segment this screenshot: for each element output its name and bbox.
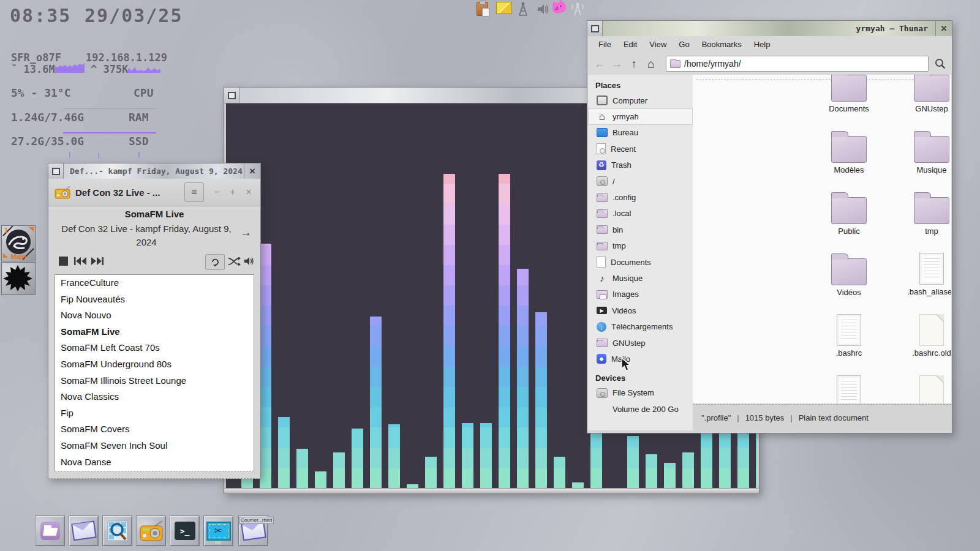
- drive-icon: [597, 176, 608, 186]
- search-icon[interactable]: [935, 58, 946, 69]
- station-item[interactable]: SomaFM Illinois Street Lounge: [55, 373, 254, 389]
- next-button[interactable]: [91, 257, 104, 265]
- add-station-button[interactable]: +: [225, 187, 241, 198]
- station-item[interactable]: Fip: [55, 405, 254, 422]
- path-bar[interactable]: /home/yrmyah/: [666, 56, 929, 72]
- file-item[interactable]: [809, 375, 889, 403]
- radio-app-icon: [55, 186, 70, 199]
- menu-view[interactable]: View: [643, 40, 673, 49]
- visualizer-bar: [443, 174, 455, 489]
- sidebar-item-trash[interactable]: ♻Trash: [588, 157, 693, 173]
- station-item[interactable]: Fip Nouveautés: [55, 291, 254, 308]
- file-item-documents[interactable]: Documents: [809, 75, 889, 113]
- sidebar-item-musique[interactable]: ♪Musique: [588, 270, 693, 286]
- file-item--bash-aliases[interactable]: .bash_aliases: [892, 252, 951, 296]
- sidebar-item-mailo[interactable]: ◆Mailo: [588, 351, 693, 367]
- sidebar-item-vid-os[interactable]: ▶Vidéos: [588, 302, 693, 318]
- file-label: .bash_aliases: [892, 287, 951, 296]
- sidebar-item-volume-de-200-go[interactable]: Volume de 200 Go: [588, 401, 693, 417]
- forward-button[interactable]: →: [608, 58, 625, 70]
- menu-button[interactable]: ≡: [184, 182, 204, 202]
- close-icon[interactable]: ×: [244, 163, 260, 179]
- sidebar-item-tmp[interactable]: tmp: [588, 238, 693, 254]
- antenna-dim-tray-icon[interactable]: [570, 2, 586, 17]
- dock-file-manager[interactable]: [35, 515, 65, 546]
- volume-tray-icon[interactable]: [535, 2, 550, 17]
- sidebar-item-images[interactable]: Images: [588, 287, 693, 302]
- previous-button[interactable]: [74, 257, 86, 265]
- station-item[interactable]: SomaFM Underground 80s: [55, 356, 254, 373]
- notes-tray-icon[interactable]: [496, 2, 512, 14]
- menu-help[interactable]: Help: [748, 40, 777, 49]
- window-menu-button[interactable]: [587, 21, 603, 36]
- file-item[interactable]: [892, 375, 951, 403]
- sidebar-item-yrmyah[interactable]: ⌂yrmyah: [588, 108, 693, 124]
- thunar-titlebar[interactable]: yrmyah – Thunar ×: [587, 21, 952, 37]
- file-item-musique[interactable]: Musique: [892, 130, 951, 174]
- up-button[interactable]: ↑: [625, 58, 643, 70]
- file-label: Public: [809, 227, 889, 236]
- radio-titlebar[interactable]: Def...- kampf Friday, August 9, 2024 ×: [48, 163, 260, 179]
- menu-file[interactable]: File: [592, 40, 617, 49]
- date: 29/03/25: [85, 5, 183, 26]
- minimize-button[interactable]: −: [209, 187, 225, 198]
- dock-mail[interactable]: [69, 515, 99, 546]
- file-item-public[interactable]: Public: [809, 191, 889, 236]
- menu-bookmarks[interactable]: Bookmarks: [696, 40, 748, 49]
- sidebar-item-label: Documents: [611, 258, 651, 267]
- file-item--bashrc[interactable]: .bashrc: [809, 313, 889, 358]
- volume-button[interactable]: [244, 257, 255, 266]
- shuffle-button[interactable]: [228, 257, 241, 266]
- clipboard-tray-icon[interactable]: [477, 2, 488, 16]
- station-item[interactable]: Nova Danse: [55, 454, 254, 471]
- stop-button[interactable]: [59, 257, 68, 266]
- radio-headerbar: Def Con 32 Live - ... ≡ − + ×: [48, 179, 260, 206]
- station-item[interactable]: Nova Nouvo: [55, 307, 254, 324]
- close-window-button[interactable]: ×: [241, 187, 257, 198]
- station-item[interactable]: SomaFM Seven Inch Soul: [55, 438, 254, 454]
- home-icon: ⌂: [597, 111, 608, 122]
- file-item-mod-les[interactable]: Modèles: [809, 130, 889, 174]
- sidebar-item-bureau[interactable]: Bureau: [588, 125, 693, 141]
- station-item[interactable]: SomaFM Live: [55, 324, 254, 340]
- sidebar-item-documents[interactable]: Documents: [588, 254, 693, 270]
- file-view[interactable]: DocumentsGNUstepImagesModèlesMusiquePDFP…: [693, 75, 951, 403]
- folder-pink-icon: [597, 339, 608, 347]
- sidebar-item-computer[interactable]: Computer: [588, 92, 693, 108]
- workspace-pager-tile[interactable]: 1 Main: [1, 225, 36, 261]
- back-button[interactable]: ←: [591, 58, 608, 70]
- close-icon[interactable]: ×: [935, 21, 952, 36]
- dock-radio[interactable]: [136, 515, 166, 546]
- sidebar-item-t-l-chargements[interactable]: ↓Téléchargements: [588, 318, 693, 334]
- dock-screenshot[interactable]: ✂: [203, 515, 233, 546]
- sidebar-item-label: /: [612, 177, 615, 186]
- antenna-tray-icon[interactable]: [516, 2, 530, 17]
- sidebar-item-gnustep[interactable]: GNUstep: [588, 335, 693, 351]
- dock-terminal[interactable]: >_: [170, 515, 200, 546]
- window-menu-button[interactable]: [224, 88, 239, 103]
- cat-tray-icon[interactable]: [552, 2, 566, 13]
- menu-go[interactable]: Go: [673, 40, 695, 49]
- station-item[interactable]: FranceCulture: [55, 275, 254, 291]
- file-item-vid-os[interactable]: Vidéos: [809, 252, 889, 297]
- repeat-button[interactable]: [205, 254, 225, 270]
- splat-sticker-tile[interactable]: [1, 262, 36, 295]
- sidebar-item-recent[interactable]: Recent: [588, 141, 693, 157]
- sidebar-item--local[interactable]: .local: [588, 206, 693, 222]
- station-item[interactable]: SomaFM Covers: [55, 421, 254, 438]
- window-menu-button[interactable]: [48, 163, 64, 179]
- home-button[interactable]: ⌂: [643, 57, 660, 71]
- station-item[interactable]: Nova Classics: [55, 389, 254, 405]
- sidebar-item--[interactable]: /: [588, 173, 693, 189]
- station-item[interactable]: SomaFM Left Coast 70s: [55, 340, 254, 356]
- menu-edit[interactable]: Edit: [617, 40, 643, 49]
- open-track-arrow-icon[interactable]: →: [240, 226, 252, 239]
- dock-search[interactable]: [102, 515, 132, 546]
- sidebar-item-bin[interactable]: bin: [588, 222, 693, 238]
- file-label: Musique: [892, 165, 951, 174]
- sidebar-item--config[interactable]: .config: [588, 189, 693, 205]
- file-item--bashrc-old[interactable]: .bashrc.old: [892, 313, 951, 358]
- file-item-gnustep[interactable]: GNUstep: [892, 75, 951, 113]
- file-item-tmp[interactable]: tmp: [892, 191, 951, 236]
- sidebar-item-file-system[interactable]: File System: [588, 385, 693, 401]
